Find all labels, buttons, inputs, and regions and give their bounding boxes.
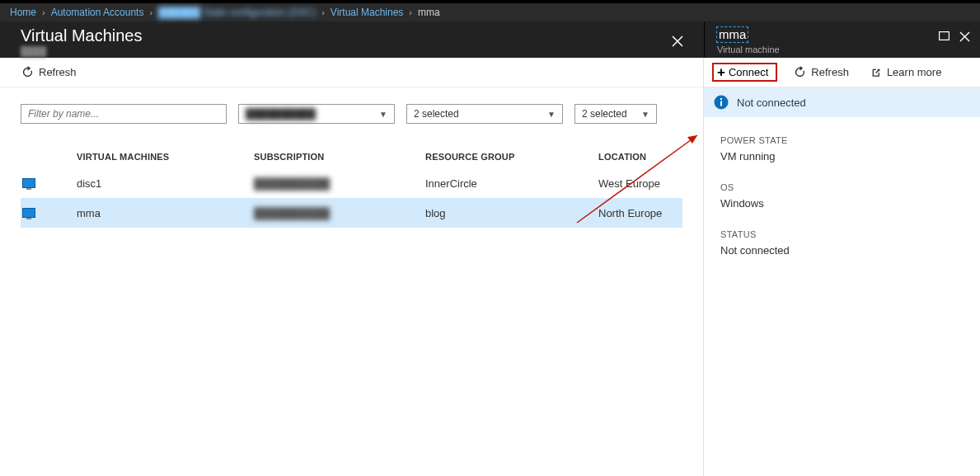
plus-icon: + <box>717 67 725 78</box>
vm-icon <box>22 178 35 188</box>
breadcrumb-virtual-machines[interactable]: Virtual Machines <box>331 7 404 18</box>
filter-subscription-value: ██████████ <box>246 108 316 120</box>
status-banner-text: Not connected <box>737 97 806 109</box>
refresh-label: Refresh <box>39 66 77 78</box>
svg-marker-2 <box>687 135 697 144</box>
maximize-button[interactable] <box>939 31 950 42</box>
vm-table: VIRTUAL MACHINES SUBSCRIPTION RESOURCE G… <box>0 145 703 228</box>
refresh-label: Refresh <box>811 66 849 78</box>
table-header: VIRTUAL MACHINES SUBSCRIPTION RESOURCE G… <box>21 145 682 168</box>
chevron-right-icon: › <box>149 7 152 17</box>
refresh-detail-button[interactable]: Refresh <box>789 63 854 82</box>
filter-resource-group-value: 2 selected <box>414 108 459 120</box>
chevron-right-icon: › <box>409 7 412 17</box>
filter-location-dropdown[interactable]: 2 selected ▼ <box>574 104 657 124</box>
prop-os-label: OS <box>720 182 964 192</box>
close-icon <box>959 31 970 42</box>
cell-vm-name: mma <box>77 207 254 219</box>
vm-icon <box>22 208 35 218</box>
info-icon <box>714 95 729 110</box>
breadcrumb-current: mma <box>418 7 440 18</box>
col-header-vm[interactable]: VIRTUAL MACHINES <box>77 152 254 162</box>
cell-resource-group: InnerCircle <box>425 177 598 190</box>
connect-button[interactable]: + Connect <box>712 63 777 82</box>
right-pane-header: mma Virtual machine <box>704 21 980 58</box>
cell-subscription: ██████████ <box>254 207 425 219</box>
prop-status-value: Not connected <box>720 244 964 257</box>
col-header-resource-group[interactable]: RESOURCE GROUP <box>425 152 598 162</box>
filter-name-input[interactable] <box>21 104 227 124</box>
svg-rect-5 <box>720 98 722 100</box>
svg-rect-4 <box>720 101 722 106</box>
close-right-pane-button[interactable] <box>959 31 970 42</box>
page-title: Virtual Machines <box>21 26 142 45</box>
svg-rect-0 <box>940 32 950 40</box>
chevron-right-icon: › <box>321 7 325 17</box>
breadcrumb-state-configuration[interactable]: ██████ State configuration (DSC) <box>158 7 316 18</box>
left-command-bar: Refresh <box>0 58 703 87</box>
cell-resource-group: blog <box>425 207 598 219</box>
cell-location: West Europe <box>598 177 682 190</box>
col-header-location[interactable]: LOCATION <box>598 152 682 162</box>
refresh-icon <box>21 66 34 78</box>
chevron-down-icon: ▼ <box>379 110 387 119</box>
connect-label: Connect <box>729 66 768 78</box>
col-header-subscription[interactable]: SUBSCRIPTION <box>254 152 425 162</box>
learn-more-link[interactable]: Learn more <box>865 63 946 82</box>
filter-location-value: 2 selected <box>582 108 627 120</box>
learn-more-label: Learn more <box>887 66 941 78</box>
detail-subtitle: Virtual machine <box>717 45 780 54</box>
prop-power-state-label: POWER STATE <box>720 135 964 145</box>
virtual-machines-list-pane: Refresh ██████████ ▼ 2 selected ▼ 2 sele… <box>0 58 704 476</box>
property-list: POWER STATE VM running OS Windows STATUS… <box>704 117 980 295</box>
table-row[interactable]: mma ██████████ blog North Europe <box>21 198 682 228</box>
left-pane-header: Virtual Machines ████ <box>0 21 704 58</box>
table-row[interactable]: disc1 ██████████ InnerCircle West Europe <box>21 168 682 198</box>
breadcrumb-automation-accounts[interactable]: Automation Accounts <box>51 7 144 18</box>
vm-detail-pane: + Connect Refresh Learn more Not connect… <box>704 58 980 476</box>
page-subtitle: ████ <box>21 46 46 56</box>
filter-subscription-dropdown[interactable]: ██████████ ▼ <box>238 104 395 124</box>
filter-row: ██████████ ▼ 2 selected ▼ 2 selected ▼ <box>0 87 703 127</box>
cell-location: North Europe <box>598 207 682 219</box>
detail-title: mma <box>716 26 748 43</box>
status-banner: Not connected <box>704 87 980 117</box>
refresh-icon <box>794 66 806 78</box>
chevron-right-icon: › <box>42 7 45 17</box>
breadcrumb: Home › Automation Accounts › ██████ Stat… <box>0 3 980 21</box>
refresh-button[interactable]: Refresh <box>16 63 82 82</box>
prop-os-value: Windows <box>720 197 964 210</box>
breadcrumb-home[interactable]: Home <box>10 7 36 18</box>
right-command-bar: + Connect Refresh Learn more <box>704 58 980 87</box>
prop-power-state-value: VM running <box>720 150 964 163</box>
external-link-icon <box>870 67 882 78</box>
filter-resource-group-dropdown[interactable]: 2 selected ▼ <box>406 104 563 124</box>
prop-status-label: STATUS <box>720 229 964 239</box>
maximize-icon <box>939 31 950 40</box>
chevron-down-icon: ▼ <box>547 110 556 119</box>
close-left-pane-button[interactable] <box>666 30 689 53</box>
cell-vm-name: disc1 <box>77 177 254 190</box>
cell-subscription: ██████████ <box>254 177 425 190</box>
close-icon <box>672 35 683 47</box>
chevron-down-icon: ▼ <box>641 110 649 119</box>
